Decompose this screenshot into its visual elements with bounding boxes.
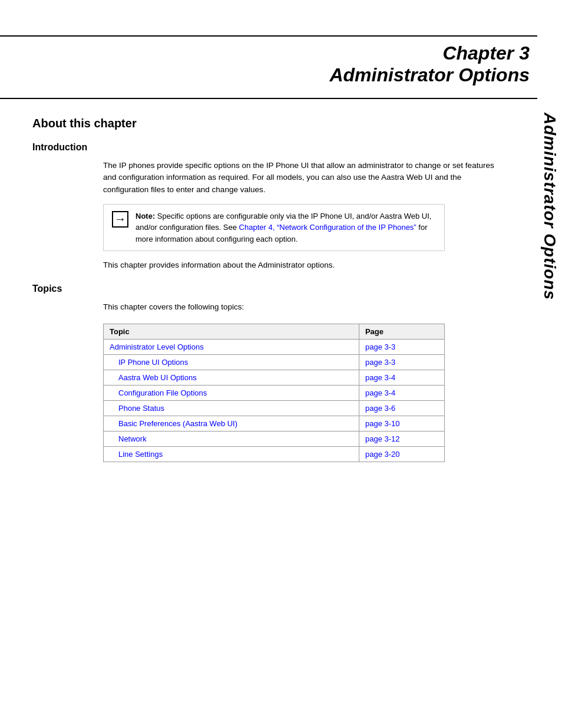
topic-label: Configuration File Options: [104, 385, 359, 400]
topic-page: page 3-3: [359, 339, 444, 354]
chapter-title: Administrator Options: [0, 64, 530, 86]
topic-label: Basic Preferences (Aastra Web UI): [104, 416, 359, 431]
side-tab: Administrator Options: [537, 83, 562, 330]
topic-page: page 3-12: [359, 431, 444, 446]
topic-page: page 3-20: [359, 446, 444, 462]
topic-page: page 3-3: [359, 354, 444, 370]
table-row: Basic Preferences (Aastra Web UI)page 3-…: [104, 416, 445, 431]
note-label: Note:: [135, 212, 155, 220]
note-box: → Note: Specific options are configurabl…: [103, 204, 445, 252]
intro-paragraph1: The IP phones provide specific options o…: [32, 160, 504, 196]
topic-label: Administrator Level Options: [104, 339, 359, 354]
topic-label: Line Settings: [104, 446, 359, 462]
table-row: IP Phone UI Optionspage 3-3: [104, 354, 445, 370]
chapter-label: Chapter 3: [0, 42, 530, 64]
topic-page: page 3-10: [359, 416, 444, 431]
page-link[interactable]: page 3-6: [365, 404, 395, 413]
topic-link[interactable]: Phone Status: [118, 404, 164, 413]
topic-label: Aastra Web UI Options: [104, 370, 359, 385]
introduction-heading: Introduction: [32, 142, 504, 153]
note-link[interactable]: Chapter 4, “Network Configuration of the…: [239, 223, 416, 232]
topic-label: IP Phone UI Options: [104, 354, 359, 370]
table-row: Configuration File Optionspage 3-4: [104, 385, 445, 400]
topics-table: Topic Page Administrator Level Optionspa…: [103, 324, 445, 462]
topic-label: Network: [104, 431, 359, 446]
topic-link[interactable]: Configuration File Options: [118, 388, 207, 397]
col-page-header: Page: [359, 324, 444, 339]
intro-paragraph2: This chapter provides information about …: [32, 259, 504, 271]
chapter-header: Chapter 3 Administrator Options: [0, 37, 562, 92]
topic-link[interactable]: Basic Preferences (Aastra Web UI): [118, 419, 237, 428]
page-link[interactable]: page 3-4: [365, 388, 395, 397]
page-link[interactable]: page 3-3: [365, 358, 395, 367]
topic-link[interactable]: Aastra Web UI Options: [118, 373, 197, 382]
topic-link[interactable]: Administrator Level Options: [110, 342, 204, 351]
topic-link[interactable]: IP Phone UI Options: [118, 358, 188, 367]
page-link[interactable]: page 3-4: [365, 373, 395, 382]
topic-label: Phone Status: [104, 400, 359, 416]
topic-link[interactable]: Network: [118, 434, 147, 443]
page-link[interactable]: page 3-20: [365, 450, 400, 459]
note-content: Note: Specific options are configurable …: [135, 210, 436, 245]
page-link[interactable]: page 3-3: [365, 342, 395, 351]
table-row: Phone Statuspage 3-6: [104, 400, 445, 416]
about-heading: About this chapter: [32, 117, 504, 130]
table-row: Aastra Web UI Optionspage 3-4: [104, 370, 445, 385]
side-tab-text: Administrator Options: [540, 113, 559, 300]
topic-page: page 3-4: [359, 370, 444, 385]
topics-intro: This chapter covers the following topics…: [32, 301, 504, 313]
topic-page: page 3-4: [359, 385, 444, 400]
page-link[interactable]: page 3-12: [365, 434, 400, 443]
main-content: About this chapter Introduction The IP p…: [0, 117, 536, 462]
topics-heading: Topics: [32, 284, 504, 294]
table-row: Administrator Level Optionspage 3-3: [104, 339, 445, 354]
bottom-rule: [0, 98, 537, 99]
page-link[interactable]: page 3-10: [365, 419, 400, 428]
topic-link[interactable]: Line Settings: [118, 450, 163, 459]
table-row: Line Settingspage 3-20: [104, 446, 445, 462]
topic-page: page 3-6: [359, 400, 444, 416]
table-row: Networkpage 3-12: [104, 431, 445, 446]
col-topic-header: Topic: [104, 324, 359, 339]
note-arrow-icon: →: [112, 211, 128, 228]
topics-section: Topics This chapter covers the following…: [32, 284, 504, 462]
